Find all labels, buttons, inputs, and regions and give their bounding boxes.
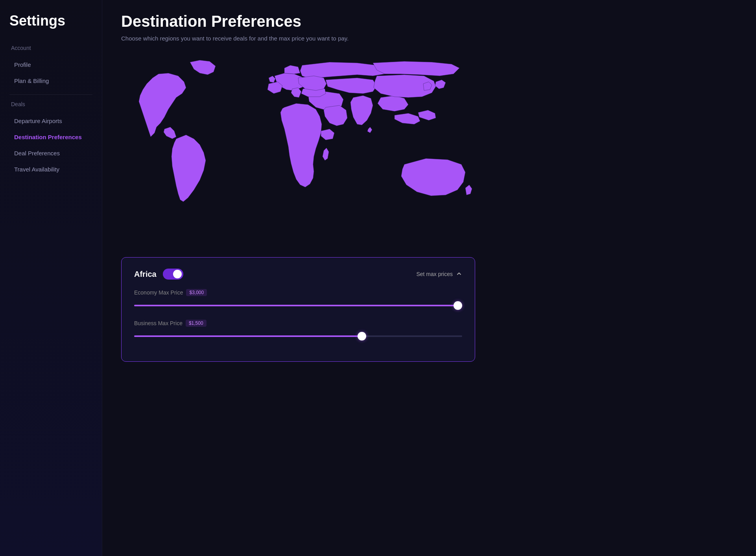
region-title-group: Africa	[134, 269, 183, 280]
account-section-label: Account	[9, 45, 92, 51]
business-price-label: Business Max Price $1,500	[134, 320, 462, 327]
chevron-up-icon	[456, 271, 462, 278]
page-title: Destination Preferences	[121, 13, 737, 30]
business-price-section: Business Max Price $1,500	[134, 320, 462, 339]
world-map	[121, 54, 475, 245]
sidebar-item-travel-availability[interactable]: Travel Availability	[9, 162, 92, 177]
business-price-badge: $1,500	[186, 320, 207, 327]
region-name: Africa	[134, 270, 157, 279]
business-max-price-slider[interactable]	[134, 333, 462, 339]
page-subtitle: Choose which regions you want to receive…	[121, 35, 737, 42]
deals-section-label: Deals	[9, 101, 92, 107]
economy-slider-wrapper	[134, 302, 462, 309]
sidebar-item-destination-preferences[interactable]: Destination Preferences	[9, 130, 92, 144]
app-title: Settings	[9, 13, 92, 29]
sidebar-item-deal-preferences[interactable]: Deal Preferences	[9, 146, 92, 160]
economy-price-label: Economy Max Price $3,000	[134, 289, 462, 296]
business-slider-wrapper	[134, 333, 462, 339]
economy-max-price-slider[interactable]	[134, 302, 462, 309]
main-content: Destination Preferences Choose which reg…	[102, 0, 756, 556]
sidebar-item-plan-billing[interactable]: Plan & Billing	[9, 74, 92, 88]
economy-price-badge: $3,000	[186, 289, 207, 296]
sidebar: Settings Account Profile Plan & Billing …	[0, 0, 102, 556]
region-header: Africa Set max prices	[134, 269, 462, 280]
economy-price-section: Economy Max Price $3,000	[134, 289, 462, 309]
sidebar-item-profile[interactable]: Profile	[9, 57, 92, 72]
set-max-prices-label: Set max prices	[416, 271, 453, 277]
region-card: Africa Set max prices Economy Max Price	[121, 257, 475, 362]
region-toggle[interactable]	[163, 269, 183, 280]
sidebar-item-departure-airports[interactable]: Departure Airports	[9, 114, 92, 128]
toggle-slider	[163, 269, 183, 280]
sidebar-divider	[9, 94, 92, 95]
world-map-svg	[121, 54, 475, 243]
set-max-prices-button[interactable]: Set max prices	[416, 271, 462, 278]
